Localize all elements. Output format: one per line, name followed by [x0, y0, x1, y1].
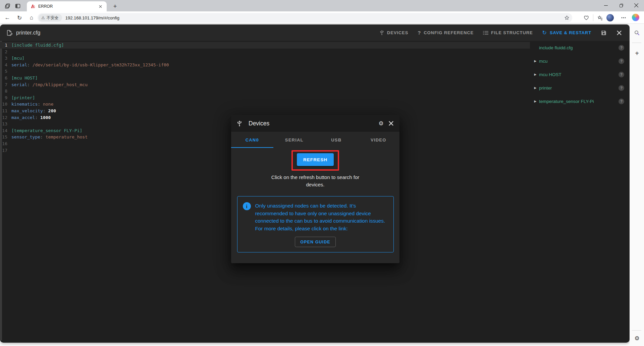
window-minimize-button[interactable] [598, 0, 613, 11]
edge-sidebar-strip: + ⚙ [630, 24, 644, 346]
editor-close-button[interactable] [613, 27, 626, 39]
info-alert-text: Only unassigned nodes can be detected. I… [255, 202, 388, 232]
line-number: 3 [0, 55, 11, 62]
info-icon: i [243, 202, 251, 210]
back-icon[interactable]: ← [3, 13, 12, 22]
dialog-title: Devices [249, 120, 376, 127]
refresh-icon[interactable]: ↻ [15, 13, 24, 22]
sidebar-add-icon[interactable]: + [632, 49, 642, 58]
dialog-tab-usb[interactable]: USB [315, 132, 358, 148]
dialog-settings-icon[interactable]: ⚙ [376, 118, 386, 128]
browser-toolbar: ← ↻ ⌂ ⚠ 不安全 192.168.101.179/m/#/config [0, 11, 644, 24]
expand-arrow-icon[interactable]: ▶ [532, 86, 539, 90]
structure-item-label: mcu HOST [539, 72, 619, 77]
code-line: 8 [0, 88, 530, 95]
line-number: 7 [0, 81, 11, 88]
sidebar-divider [632, 43, 641, 43]
line-number: 9 [0, 95, 11, 101]
window-restore-button[interactable] [613, 0, 629, 11]
structure-item[interactable]: include fluidd.cfg? [532, 41, 630, 54]
usb-icon [234, 118, 245, 128]
line-number: 1 [0, 42, 11, 49]
address-bar[interactable]: ⚠ 不安全 192.168.101.179/m/#/config [38, 13, 572, 22]
home-icon[interactable]: ⌂ [27, 13, 36, 22]
screen: ERROR + ← ↻ ⌂ ⚠ 不安全 192.168.101.179/m/#/… [0, 0, 644, 346]
code-line: 11max_velocity: 200 [0, 108, 530, 114]
floppy-icon [601, 30, 607, 36]
favorite-star-icon[interactable] [563, 14, 571, 22]
list-icon [483, 31, 488, 35]
line-number: 14 [0, 127, 11, 134]
tab-title: ERROR [38, 4, 97, 9]
tab-actions-icon[interactable] [14, 2, 21, 10]
refresh-button[interactable]: REFRESH [297, 153, 334, 166]
structure-item[interactable]: ▶mcu? [532, 54, 630, 68]
line-number: 5 [0, 68, 11, 75]
help-icon[interactable]: ? [619, 85, 624, 91]
help-icon[interactable]: ? [619, 58, 624, 64]
line-number: 13 [0, 121, 11, 127]
structure-item-label: include fluidd.cfg [539, 45, 619, 50]
tab-close-icon[interactable] [97, 3, 103, 9]
profile-avatar[interactable] [606, 14, 614, 21]
security-label: 不安全 [47, 15, 59, 21]
devices-dialog-header: Devices ⚙ [231, 115, 399, 132]
expand-arrow-icon[interactable]: ▶ [532, 100, 539, 103]
help-icon[interactable]: ? [619, 45, 624, 51]
more-menu-icon[interactable] [619, 13, 628, 22]
save-button[interactable] [597, 27, 610, 39]
file-structure-button[interactable]: FILE STRUCTURE [480, 27, 536, 39]
usb-icon [379, 30, 384, 36]
dialog-tab-video[interactable]: VIDEO [358, 132, 400, 148]
line-number: 8 [0, 88, 11, 95]
sidebar-search-icon[interactable] [632, 28, 642, 38]
line-number: 2 [0, 49, 11, 55]
expand-arrow-icon[interactable]: ▶ [532, 59, 539, 63]
new-tab-button[interactable]: + [111, 3, 119, 10]
site-security-chip[interactable]: ⚠ 不安全 [39, 14, 62, 21]
help-icon[interactable]: ? [619, 72, 624, 77]
dialog-close-icon[interactable] [386, 118, 396, 128]
dialog-tab-can0[interactable]: CAN0 [231, 132, 273, 148]
browser-tab[interactable]: ERROR [27, 1, 107, 11]
workspaces-icon[interactable] [4, 2, 11, 10]
config-reference-button[interactable]: ? CONFIG REFERENCE [414, 27, 477, 39]
line-number: 15 [0, 134, 11, 140]
window-close-button[interactable] [629, 0, 644, 11]
sidebar-settings-icon[interactable]: ⚙ [632, 334, 642, 343]
line-number: 17 [0, 147, 11, 154]
structure-item[interactable]: ▶printer? [532, 81, 630, 95]
save-restart-button[interactable]: ↻ SAVE & RESTART [539, 27, 595, 39]
structure-item-label: printer [539, 85, 619, 91]
open-guide-button[interactable]: OPEN GUIDE [295, 237, 336, 247]
code-text: serial: /tmp/klipper_host_mcu [11, 81, 88, 88]
copilot-icon[interactable] [632, 14, 639, 21]
line-number: 11 [0, 108, 11, 114]
code-line: 2 [0, 49, 530, 55]
question-icon: ? [418, 30, 421, 36]
code-line: 10kinematics: none [0, 101, 530, 108]
structure-item[interactable]: ▶mcu HOST? [532, 68, 630, 81]
refresh-hint-text: Click on the refresh button to search fo… [267, 174, 364, 188]
code-text: [mcu HOST] [11, 75, 38, 81]
line-number: 6 [0, 75, 11, 81]
close-icon [616, 30, 622, 36]
devices-dialog: Devices ⚙ CAN0SERIALUSBVIDEO REFRESH Cli… [231, 115, 399, 263]
browser-essentials-icon[interactable] [582, 13, 591, 22]
help-icon[interactable]: ? [619, 99, 624, 104]
toolbar-divider [593, 14, 593, 21]
expand-arrow-icon[interactable]: ▶ [532, 73, 539, 76]
line-number: 4 [0, 62, 11, 68]
save-restart-label: SAVE & RESTART [550, 30, 591, 35]
favorites-icon[interactable] [596, 13, 604, 22]
devices-button[interactable]: DEVICES [376, 27, 412, 39]
structure-item[interactable]: ▶temperature_sensor FLY-Pi? [532, 95, 630, 108]
code-line: 4serial: /dev/serial/by-id/usb-Klipper_s… [0, 62, 530, 68]
sidebar-divider-bottom [632, 330, 641, 331]
code-line: 9[printer] [0, 95, 530, 101]
url-text: 192.168.101.179/m/#/config [65, 15, 563, 20]
file-structure-label: FILE STRUCTURE [491, 30, 533, 35]
code-text: max_accel: 1000 [11, 114, 51, 121]
annotation-highlight-box: REFRESH [291, 150, 339, 171]
dialog-tab-serial[interactable]: SERIAL [273, 132, 316, 148]
